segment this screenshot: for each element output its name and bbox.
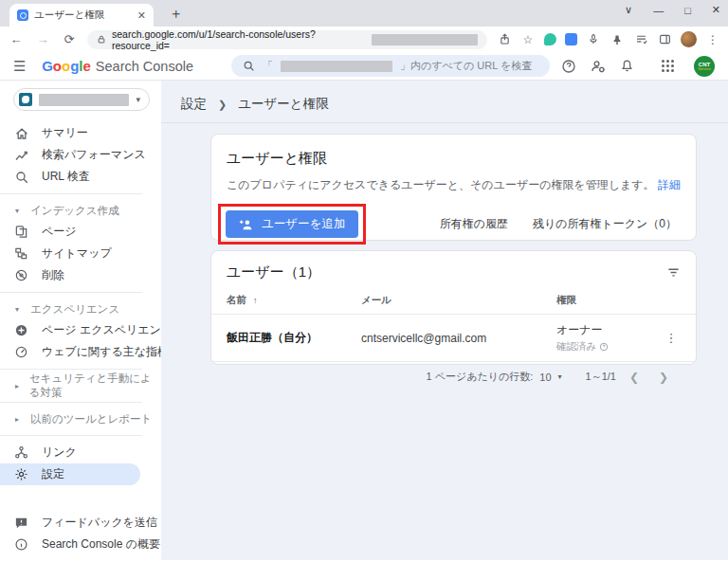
app-logo[interactable]: Google Search Console: [42, 58, 193, 74]
rows-per-page-label: 1 ページあたりの行数:: [427, 370, 534, 384]
search-icon: [243, 60, 255, 72]
sidebar-item-removals[interactable]: 削除: [0, 264, 161, 286]
url-inspect-search-input[interactable]: 「 」内のすべての URL を検査: [231, 55, 550, 77]
header-label: 名前: [227, 294, 246, 305]
column-header-email[interactable]: メール: [361, 294, 556, 307]
microphone-icon[interactable]: [586, 32, 601, 47]
window-close-button[interactable]: ✕: [712, 4, 720, 16]
bookmark-star-icon[interactable]: ☆: [520, 32, 536, 47]
browser-tab[interactable]: ユーザーと権限 ✕: [9, 4, 154, 27]
previous-page-icon[interactable]: ❮: [623, 371, 646, 384]
sidebar-item-settings[interactable]: 設定: [0, 463, 140, 485]
details-link[interactable]: 詳細: [658, 178, 681, 191]
tab-close-icon[interactable]: ✕: [137, 9, 146, 22]
users-table-card: ユーザー（1） 名前 ↑ メール 権限 飯田正勝（自分） cntservicel…: [210, 250, 697, 365]
ownership-tokens-button[interactable]: 残りの所有権トークン（0）: [533, 216, 677, 232]
app-header: ☰ Google Search Console 「 」内のすべての URL を検…: [0, 52, 728, 81]
back-button[interactable]: ←: [8, 32, 25, 46]
window-maximize-button[interactable]: □: [684, 5, 691, 16]
section-label: インデックス作成: [30, 204, 119, 218]
blocked-eye-icon: [14, 268, 29, 283]
notifications-bell-icon[interactable]: [620, 59, 634, 73]
hamburger-menu-icon[interactable]: ☰: [13, 58, 30, 75]
sidebar-item-links[interactable]: リンク: [0, 442, 161, 463]
caret-down-icon: ▾: [15, 207, 23, 215]
property-icon: [19, 93, 32, 106]
sidebar-item-pages[interactable]: ページ: [0, 221, 161, 243]
add-user-button[interactable]: ユーザーを追加: [226, 210, 358, 238]
logo-letter: G: [42, 58, 53, 74]
sidebar-section-experience[interactable]: ▾ エクスペリエンス: [0, 299, 161, 319]
sidebar-section-security[interactable]: ▸ セキュリティと手動による対策: [0, 375, 161, 396]
logo-product-name: Search Console: [96, 59, 193, 74]
side-panel-icon[interactable]: [657, 32, 672, 47]
help-icon[interactable]: [561, 59, 576, 74]
sidebar-item-page-experience[interactable]: ページ エクスペリエンス: [0, 319, 161, 341]
google-apps-grid-icon[interactable]: [662, 60, 674, 72]
sidebar-item-sitemaps[interactable]: サイトマップ: [0, 243, 161, 264]
magnifier-icon: [14, 170, 29, 185]
url-bar[interactable]: search.google.com/u/1/search-console/use…: [87, 30, 487, 49]
pinned-extension-icon[interactable]: [610, 32, 625, 47]
sidebar-item-url-inspection[interactable]: URL 検査: [0, 166, 161, 188]
browser-tabstrip: ユーザーと権限 ✕ ＋ ∨ — □ ✕: [0, 0, 728, 27]
gear-icon: [14, 467, 29, 482]
browser-profile-avatar[interactable]: [681, 31, 697, 47]
permission-value: オーナー: [556, 322, 662, 338]
column-header-permission[interactable]: 権限: [556, 294, 662, 307]
url-text: search.google.com/u/1/search-console/use…: [112, 28, 366, 51]
browser-toolbar: ← → ⟳ search.google.com/u/1/search-conso…: [0, 27, 728, 52]
sidebar-divider: [0, 369, 142, 370]
content-divider: [161, 122, 728, 123]
logo-letter: e: [83, 58, 91, 74]
logo-letter: g: [70, 58, 79, 74]
sidebar-item-summary[interactable]: サマリー: [0, 122, 161, 144]
table-row[interactable]: 飯田正勝（自分） cntservicellc@gmail.com オーナー 確認…: [227, 315, 681, 361]
account-avatar[interactable]: CNT Service: [694, 56, 715, 77]
sidebar-item-core-web-vitals[interactable]: ウェブに関する主な指標: [0, 341, 161, 363]
browser-menu-icon[interactable]: ⋮: [705, 32, 720, 47]
chevron-down-icon: ▾: [136, 95, 140, 104]
sidebar-section-legacy-tools[interactable]: ▸ 以前のツールとレポート: [0, 408, 161, 429]
sidebar-item-send-feedback[interactable]: フィードバックを送信: [0, 512, 161, 534]
logo-letter: o: [62, 58, 70, 74]
pagination-range: 1～1/1: [586, 370, 616, 384]
sidebar-item-search-performance[interactable]: 検索パフォーマンス: [0, 144, 161, 166]
reading-list-icon[interactable]: [633, 32, 648, 47]
reload-button[interactable]: ⟳: [61, 32, 78, 46]
ownership-history-button[interactable]: 所有権の履歴: [440, 216, 508, 232]
sidebar-section-indexing[interactable]: ▾ インデックス作成: [0, 200, 161, 221]
help-circle-icon[interactable]: [599, 342, 609, 352]
window-menu-icon[interactable]: ∨: [625, 4, 632, 16]
new-tab-button[interactable]: ＋: [163, 5, 189, 27]
links-tree-icon: [14, 445, 29, 461]
rows-per-page-value[interactable]: 10: [539, 372, 551, 383]
row-menu-icon[interactable]: ⋮: [662, 331, 681, 345]
sidebar-spacer: [0, 485, 161, 512]
search-placeholder-prefix: 「: [263, 59, 273, 73]
rows-per-page-caret-icon[interactable]: ▾: [558, 372, 562, 381]
url-redacted-segment: [372, 34, 478, 45]
sidebar-divider: [0, 402, 142, 403]
sidebar: ▾ サマリー 検索パフォーマンス URL 検査 ▾ インデックス作成 ページ サ…: [0, 81, 161, 560]
window-minimize-button[interactable]: —: [653, 5, 664, 16]
breadcrumb: 設定 ❯ ユーザーと権限: [161, 81, 728, 122]
main-content: 設定 ❯ ユーザーと権限 ユーザーと権限 このプロパティにアクセスできるユーザー…: [161, 81, 728, 560]
filter-icon[interactable]: [666, 265, 681, 280]
chat-extension-icon[interactable]: [544, 33, 556, 45]
forward-button[interactable]: →: [34, 32, 51, 46]
column-header-name[interactable]: 名前 ↑: [227, 294, 361, 307]
sidebar-divider: [0, 435, 142, 436]
breadcrumb-settings[interactable]: 設定: [181, 96, 207, 113]
share-icon[interactable]: [497, 32, 512, 47]
sort-ascending-icon: ↑: [253, 296, 258, 305]
search-redacted-property: [281, 61, 392, 72]
translate-extension-icon[interactable]: [565, 33, 577, 45]
user-settings-icon[interactable]: [591, 59, 606, 74]
next-page-icon[interactable]: ❯: [652, 371, 675, 384]
sidebar-item-about-search-console[interactable]: Search Console の概要: [0, 534, 161, 555]
card-description: このプロパティにアクセスできるユーザーと、そのユーザーの権限を管理します。 詳細: [227, 177, 681, 193]
property-selector[interactable]: ▾: [13, 88, 150, 111]
info-icon: [14, 537, 29, 553]
user-email-cell: cntservicellc@gmail.com: [361, 332, 556, 345]
